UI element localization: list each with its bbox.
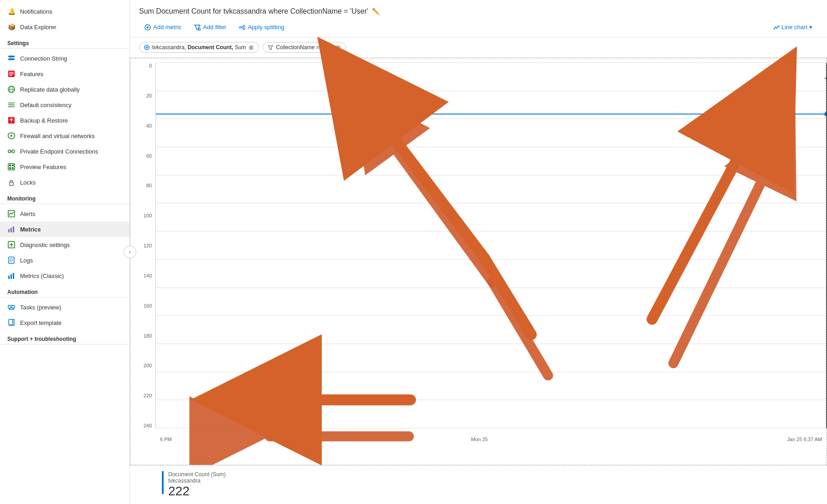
sidebar: 🔔 Notifications 📦 Data Explorer Settings… <box>0 0 130 504</box>
sidebar-item-label: Backup & Restore <box>20 117 68 124</box>
legend-value: 222 <box>168 484 226 499</box>
export-icon <box>7 319 16 327</box>
svg-point-16 <box>12 150 15 153</box>
x-label-6pm: 6 PM <box>160 437 172 442</box>
sidebar-item-label: Logs <box>20 257 33 264</box>
sidebar-item-private-endpoint[interactable]: Private Endpoint Connections <box>0 144 129 159</box>
sidebar-item-metrics-classic[interactable]: Metrics (Classic) <box>0 268 129 283</box>
consistency-icon <box>7 101 16 109</box>
sidebar-item-metrics[interactable]: Metrics <box>0 221 129 237</box>
svg-rect-28 <box>8 229 10 232</box>
sidebar-item-label: Metrics <box>20 226 41 233</box>
sidebar-item-tasks[interactable]: Tasks (preview) <box>0 299 129 315</box>
metric-pill-icon <box>144 45 150 50</box>
svg-rect-42 <box>12 305 15 308</box>
add-filter-button[interactable]: Add filter <box>189 21 232 33</box>
sidebar-item-label: Alerts <box>20 211 35 217</box>
svg-rect-5 <box>9 75 12 76</box>
dropdown-chevron-icon: ▾ <box>809 24 812 31</box>
svg-rect-38 <box>8 276 10 279</box>
main-content: Sum Document Count for tvkcassandra wher… <box>130 0 827 504</box>
sidebar-item-label: Export template <box>20 319 62 326</box>
sidebar-item-firewall[interactable]: Firewall and virtual networks <box>0 128 129 144</box>
metric-pill-close[interactable]: ⊗ <box>248 44 254 51</box>
sidebar-item-label: Diagnostic settings <box>20 242 70 248</box>
automation-section: Automation <box>0 283 129 298</box>
metric-filter-pill[interactable]: tvkcassandra, Document Count, Sum ⊗ <box>139 42 259 53</box>
svg-point-56 <box>243 28 245 30</box>
svg-rect-4 <box>9 73 14 74</box>
preview-icon <box>7 163 16 171</box>
bell-icon: 🔔 <box>7 7 16 15</box>
sidebar-item-alerts[interactable]: Alerts <box>0 206 129 221</box>
cube-icon: 📦 <box>7 23 16 31</box>
sidebar-item-locks[interactable]: Locks <box>0 175 129 190</box>
sidebar-item-features[interactable]: Features <box>0 66 129 82</box>
sidebar-item-default-consistency[interactable]: Default consistency <box>0 97 129 113</box>
chart-legend: Document Count (Sum) tvkcassandra 222 <box>130 465 827 504</box>
add-filter-icon <box>194 24 201 31</box>
apply-splitting-button[interactable]: Apply splitting <box>233 21 289 33</box>
svg-rect-23 <box>10 182 13 185</box>
sidebar-item-label: Replicate data globally <box>20 86 80 93</box>
backup-icon <box>7 116 16 124</box>
x-label-jan25: Jan 25 6:37 AM <box>787 437 822 442</box>
sidebar-item-replicate[interactable]: Replicate data globally <box>0 82 129 97</box>
filter-pill-icon <box>268 45 273 50</box>
svg-rect-46 <box>9 319 13 325</box>
lock-icon <box>7 178 16 186</box>
line-chart-button[interactable]: Line chart ▾ <box>768 21 818 33</box>
svg-rect-1 <box>8 58 15 60</box>
globe-icon <box>7 85 16 93</box>
sidebar-collapse-button[interactable]: ‹ <box>124 246 136 258</box>
svg-line-57 <box>241 26 243 27</box>
collection-pill-close[interactable]: ⊗ <box>336 44 341 51</box>
svg-rect-30 <box>13 226 14 232</box>
metric-pill-text: tvkcassandra, Document Count, Sum <box>152 44 246 51</box>
crosshair-vertical <box>826 63 827 428</box>
svg-line-27 <box>12 212 14 214</box>
svg-point-55 <box>243 25 245 27</box>
sidebar-item-backup-restore[interactable]: Backup & Restore <box>0 113 129 128</box>
sidebar-item-preview-features[interactable]: Preview Features <box>0 159 129 175</box>
svg-rect-39 <box>10 274 12 279</box>
sidebar-item-label: Preview Features <box>20 164 66 170</box>
svg-rect-40 <box>13 273 14 279</box>
sidebar-item-connection-string[interactable]: Connection String <box>0 51 129 66</box>
collection-filter-pill[interactable]: CollectionName = User ⊗ <box>263 42 346 53</box>
svg-rect-0 <box>8 56 15 57</box>
line-chart-icon <box>773 24 780 31</box>
sidebar-item-label: Data Explorer <box>20 24 56 31</box>
sidebar-item-diagnostic[interactable]: Diagnostic settings <box>0 237 129 252</box>
edit-icon[interactable]: ✏️ <box>372 8 380 15</box>
sidebar-item-data-explorer[interactable]: 📦 Data Explorer <box>0 19 129 35</box>
sidebar-item-label: Firewall and virtual networks <box>20 133 95 139</box>
svg-marker-62 <box>268 46 273 50</box>
database-icon <box>7 54 16 62</box>
features-icon <box>7 70 16 78</box>
sidebar-item-export-template[interactable]: Export template <box>0 315 129 330</box>
legend-series-label: Document Count (Sum) <box>168 471 226 478</box>
svg-rect-22 <box>12 167 14 169</box>
metrics-icon <box>7 225 16 233</box>
sidebar-item-label: Connection String <box>20 55 67 62</box>
legend-color-bar <box>162 471 164 494</box>
tasks-icon <box>7 303 16 311</box>
svg-rect-29 <box>10 228 12 232</box>
sidebar-item-notifications[interactable]: 🔔 Notifications <box>0 4 129 19</box>
x-label-mon25: Mon 25 <box>471 437 488 442</box>
svg-rect-20 <box>12 165 14 166</box>
svg-point-15 <box>8 150 11 153</box>
chart-grid: + + <box>155 63 827 428</box>
sidebar-item-label: Features <box>20 71 43 77</box>
y-axis: 240 220 200 180 160 140 120 100 80 60 40… <box>130 63 155 428</box>
add-metric-button[interactable]: Add metric <box>139 21 187 33</box>
chart-area: 240 220 200 180 160 140 120 100 80 60 40… <box>130 58 827 465</box>
sidebar-item-label: Default consistency <box>20 102 72 108</box>
svg-point-14 <box>10 135 12 137</box>
diagnostic-icon <box>7 241 16 249</box>
firewall-icon <box>7 132 16 140</box>
sidebar-item-logs[interactable]: Logs <box>0 252 129 268</box>
x-axis: 6 PM Mon 25 Jan 25 6:37 AM <box>155 437 827 442</box>
svg-rect-41 <box>8 305 11 308</box>
